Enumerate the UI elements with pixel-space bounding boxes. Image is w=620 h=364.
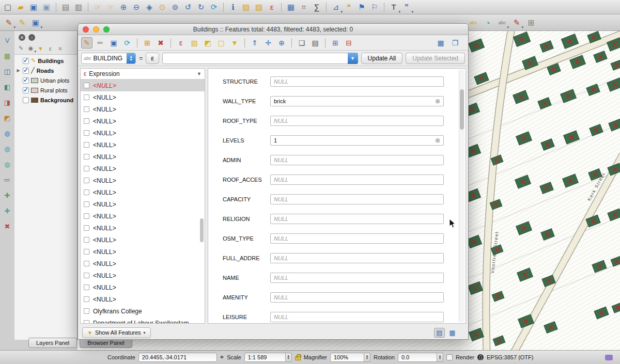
field-input[interactable]: brick⊗ [270, 96, 444, 106]
feature-checkbox[interactable] [84, 261, 89, 266]
add-wcs-layer-icon[interactable]: ◍ [2, 144, 12, 154]
conditional-formatting-icon[interactable]: ▦ [435, 37, 446, 49]
feature-list-item[interactable]: <NULL> [81, 175, 205, 186]
feature-checkbox[interactable] [84, 225, 89, 231]
open-attribute-table-icon[interactable]: ▦ [285, 2, 297, 13]
layer-visibility-checkbox[interactable] [23, 97, 29, 103]
select-features-icon[interactable]: ▨ [240, 2, 252, 13]
epsg-label[interactable]: EPSG:3857 (OTF) [487, 354, 533, 360]
add-wfs-layer-icon[interactable]: ◍ [2, 159, 12, 169]
field-combo[interactable]: abc BUILDING ▲▼ [81, 53, 136, 64]
zoom-out-icon[interactable]: ⊖ [131, 2, 142, 13]
filter-select-icon[interactable]: ▼ [229, 37, 240, 49]
invert-selection-icon[interactable]: ◩ [202, 37, 213, 49]
zoom-window-icon[interactable] [103, 26, 110, 33]
add-feature-icon[interactable]: ⊞ [142, 37, 153, 49]
feature-list-item[interactable]: <NULL> [81, 115, 205, 127]
zoom-last-icon[interactable]: ↺ [182, 2, 194, 13]
feature-checkbox[interactable] [84, 142, 89, 148]
feature-checkbox[interactable] [84, 296, 89, 302]
delete-field-icon[interactable]: ⊟ [343, 37, 354, 49]
panel-close-icon[interactable]: ✕ [19, 34, 25, 41]
field-input[interactable]: NULL [270, 155, 444, 165]
map-comments-icon[interactable]: ❞▾ [401, 2, 412, 13]
field-input[interactable]: NULL [270, 76, 444, 87]
zoom-to-selection-icon[interactable]: ⊙ [157, 2, 168, 13]
feature-filter-selector[interactable]: ε Expression ▼ [81, 69, 205, 80]
update-selected-button[interactable]: Update Selected [406, 53, 465, 64]
delete-selected-icon[interactable]: ✖ [155, 37, 166, 49]
layer-visibility-checkbox[interactable] [23, 87, 29, 93]
zoom-next-icon[interactable]: ↻ [195, 2, 207, 13]
layer-visibility-checkbox[interactable] [23, 58, 29, 64]
filter-expression-icon[interactable]: ε [46, 44, 55, 53]
layer-item[interactable]: ✎Buildings [14, 56, 77, 66]
add-raster-layer-icon[interactable]: ▦ [2, 51, 12, 61]
extent-toggle-icon[interactable]: ⌖ [220, 353, 224, 361]
feature-list-item[interactable]: <NULL> [81, 163, 205, 175]
feature-checkbox[interactable] [84, 166, 89, 171]
form-view-icon[interactable]: ▤ [434, 328, 445, 338]
new-bookmark-icon[interactable]: ⚑ [356, 2, 367, 13]
show-bookmarks-icon[interactable]: ⚐ [369, 2, 380, 13]
save-edits-icon[interactable]: ▣ [108, 37, 119, 49]
feature-list-item[interactable]: <NULL> [81, 234, 205, 246]
pan-to-selection-icon[interactable]: ☞ [105, 2, 116, 13]
feature-checkbox[interactable] [84, 189, 89, 195]
field-input[interactable]: 1⊗ [270, 135, 444, 146]
multiedit-icon[interactable]: ✏ [95, 37, 106, 49]
deselect-icon[interactable]: ▢ [215, 37, 227, 49]
save-project-as-icon[interactable]: ▣ [41, 2, 52, 13]
layer-visibility-checkbox[interactable] [23, 77, 29, 84]
feature-list-item[interactable]: <NULL> [81, 258, 205, 270]
copy-icon[interactable]: ❏ [296, 37, 307, 49]
layer-item[interactable]: ▶╱Roads [14, 66, 77, 75]
rotation-stepper[interactable]: ▲▼ [437, 353, 443, 362]
dialog-titlebar[interactable]: Buildings :: Features total: 4483, filte… [78, 24, 468, 35]
layer-item[interactable]: Background [14, 95, 77, 105]
feature-checkbox[interactable] [84, 118, 89, 124]
layer-diagram-icon[interactable]: ◔ [482, 17, 493, 28]
field-input[interactable]: NULL [270, 175, 444, 185]
new-project-icon[interactable]: ▢ [2, 2, 13, 13]
scale-combo[interactable]: 1:1 589 ▲▼ [244, 353, 292, 362]
scale-value[interactable]: 1:1 589 [244, 353, 286, 362]
layer-visibility-checkbox[interactable] [23, 68, 29, 74]
add-vector-layer-icon[interactable]: V [2, 35, 12, 45]
tab-layers-panel[interactable]: Layers Panel [28, 338, 77, 348]
field-input[interactable]: NULL [270, 194, 444, 204]
open-project-icon[interactable]: ▰ [15, 2, 26, 13]
text-annotation-icon[interactable]: T▾ [388, 2, 399, 13]
label-toolbar-icon[interactable]: abc▾ [497, 17, 508, 28]
feature-checkbox[interactable] [84, 249, 89, 255]
composer-manager-icon[interactable]: ▥ [73, 2, 84, 13]
select-by-expression-icon[interactable]: ε [175, 37, 187, 49]
field-input[interactable]: NULL [270, 116, 444, 126]
feature-list-item[interactable]: <NULL> [81, 139, 205, 151]
field-input[interactable]: NULL [270, 292, 444, 303]
statistical-summary-icon[interactable]: ∑ [311, 2, 322, 13]
manage-themes-icon[interactable]: ◉▾ [26, 44, 35, 53]
feature-checkbox[interactable] [84, 213, 89, 219]
layer-styling-icon[interactable]: ✎ [17, 44, 25, 53]
save-project-icon[interactable]: ▣ [28, 2, 39, 13]
magnifier-spin[interactable]: 100% ▲▼ [330, 353, 370, 362]
zoom-to-layer-icon[interactable]: ⊚ [169, 2, 181, 13]
feature-checkbox[interactable] [84, 94, 89, 100]
feature-checkbox[interactable] [84, 201, 89, 207]
table-view-icon[interactable]: ▦ [447, 328, 458, 338]
rotation-spin[interactable]: 0.0 ▲▼ [398, 353, 443, 362]
feature-list-item[interactable]: Department of Labour Swellendam [81, 317, 205, 323]
layer-labeling-icon[interactable]: abc [468, 17, 479, 28]
expand-collapse-icon[interactable]: ≡ [56, 44, 65, 53]
add-mssql-layer-icon[interactable]: ◨ [2, 97, 12, 107]
feature-list-item[interactable]: <NULL> [81, 270, 205, 281]
field-input[interactable]: NULL [270, 312, 444, 322]
feature-list-item[interactable]: <NULL> [81, 246, 205, 258]
feature-list-item[interactable]: <NULL> [81, 80, 205, 91]
refresh-icon[interactable]: ⟳ [208, 2, 220, 13]
crs-globe-icon[interactable] [477, 354, 484, 360]
reload-icon[interactable]: ⟳ [121, 37, 133, 49]
new-field-icon[interactable]: ⊞ [330, 37, 341, 49]
feature-list-item[interactable]: <NULL> [81, 151, 205, 163]
